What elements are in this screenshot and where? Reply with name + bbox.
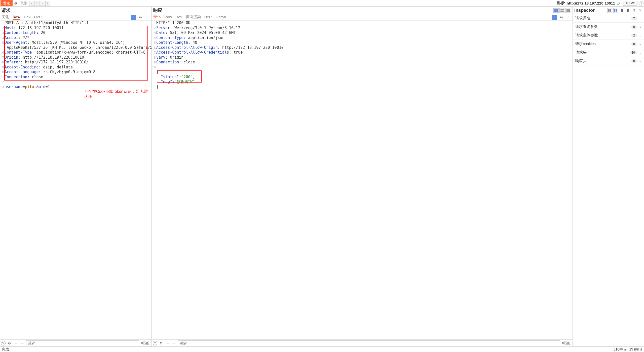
- response-pane: 响应 美化 Raw Hex 页面渲染 U2C FinfoX ≡ \n ≡ 1HT…: [152, 7, 573, 346]
- menu-icon[interactable]: ≡: [145, 15, 150, 20]
- tab-u2c[interactable]: U2C: [34, 15, 42, 20]
- search-next-icon[interactable]: →: [20, 340, 25, 346]
- editor-line: 3Content-Length: 20: [0, 30, 151, 35]
- inspector-row-label: 请求cookies: [575, 42, 596, 46]
- tab-hex[interactable]: Hex: [24, 15, 31, 20]
- editor-line: 6Content-Type: application/x-www-form-ur…: [0, 50, 151, 55]
- inspector-layout2-icon[interactable]: [613, 8, 618, 13]
- inspector-filter-icon[interactable]: ⇵: [625, 8, 630, 13]
- editor-line: 10: [152, 65, 573, 70]
- inspector-row[interactable]: 响应头8⌄: [573, 57, 644, 65]
- resp-doc-icon[interactable]: ≡: [552, 15, 557, 20]
- inspector-settings-icon[interactable]: ⚙: [631, 8, 636, 13]
- editor-line: 9Accept-Encoding: gzip, deflate: [0, 65, 151, 70]
- edit-target-icon[interactable]: [617, 1, 621, 6]
- inspector-row-label: 请求属性: [575, 16, 590, 21]
- inspector-expand-icon[interactable]: ⇅: [619, 8, 624, 13]
- http-version-selector[interactable]: HTTP/1: [623, 1, 637, 6]
- editor-line: "msg":"修改成功": [152, 80, 573, 85]
- request-title: 请求: [2, 7, 11, 13]
- inspector-row-count: 2: [631, 34, 637, 37]
- inspector-row[interactable]: 请求cookies0⌄: [573, 40, 644, 48]
- tab-resp-render[interactable]: 页面渲染: [186, 15, 201, 20]
- status-right: 318字节 | 19 millis: [614, 347, 642, 352]
- editor-line: 11Connection: close: [0, 75, 151, 80]
- editor-line: 10Accept-Language: zh-CN,zh;q=0.9,en;q=0…: [0, 70, 151, 75]
- layout-single-icon[interactable]: [565, 8, 571, 13]
- inspector-row-label: 响应头: [575, 59, 587, 63]
- inspector-row[interactable]: 请求头10⌄: [573, 48, 644, 57]
- annotation-text: 不存在Cookie或Token认证，即无需认证: [84, 89, 151, 99]
- layout-rows-icon[interactable]: [559, 8, 565, 13]
- svg-rect-4: [566, 9, 570, 12]
- svg-rect-3: [560, 11, 564, 12]
- inspector-row-label: 请求主体参数: [575, 33, 598, 38]
- target-url: http://172.18.197.220:10011: [567, 1, 615, 5]
- nav-forward-button[interactable]: >: [40, 1, 45, 6]
- inspector-row[interactable]: 请求属性2⌄: [573, 14, 644, 23]
- main-toolbar: 发送 ⚙ 取消 < ▾ > ▾ 目标: http://172.18.197.22…: [0, 0, 644, 7]
- inspector-layout1-icon[interactable]: [607, 8, 612, 13]
- request-search-input[interactable]: [26, 340, 139, 346]
- cancel-button[interactable]: 取消: [19, 1, 29, 6]
- tab-resp-raw[interactable]: Raw: [164, 15, 172, 20]
- tab-resp-u2c[interactable]: U2C: [204, 15, 212, 20]
- doc-icon[interactable]: ≡: [131, 15, 136, 20]
- svg-rect-2: [560, 9, 564, 10]
- inspector-row-count: 2: [631, 17, 637, 20]
- resp-menu-icon[interactable]: ≡: [566, 15, 571, 20]
- response-tab-tools: ≡ \n ≡: [552, 15, 571, 20]
- response-search-row: ? ⚙ ← → 0匹配: [152, 339, 573, 346]
- editor-line: 8Referer: http://172.18.197.220:10010/: [0, 60, 151, 65]
- tab-resp-beautify[interactable]: 美化: [153, 14, 161, 20]
- editor-line: AppleWebKit/537.36 (KHTML, like Gecko) C…: [0, 45, 151, 50]
- search-prev-icon[interactable]: ←: [13, 340, 19, 346]
- inspector-row[interactable]: 请求主体参数2⌄: [573, 31, 644, 40]
- inspector-row-label: 请求头: [575, 50, 587, 55]
- request-header: 请求: [0, 7, 151, 14]
- resp-search-prev-icon[interactable]: ←: [165, 340, 170, 346]
- tab-resp-hex[interactable]: Hex: [175, 15, 182, 20]
- layout-columns-icon[interactable]: [553, 8, 559, 13]
- inspector-row[interactable]: 请求查询参数0⌄: [573, 23, 644, 31]
- inspector-close-icon[interactable]: ✕: [637, 8, 642, 13]
- resp-search-settings-icon[interactable]: ⚙: [158, 340, 164, 346]
- help-search-icon[interactable]: ?: [1, 341, 6, 345]
- editor-line: "status":"200",: [152, 75, 573, 80]
- resp-newline-toggle[interactable]: \n: [559, 15, 564, 20]
- send-button[interactable]: 发送: [1, 0, 13, 6]
- inspector-header: Inspector ⇅ ⇵ ⚙ ✕: [573, 7, 644, 14]
- nav-back-dropdown[interactable]: ▾: [34, 1, 40, 6]
- tab-raw[interactable]: Raw: [13, 15, 20, 20]
- response-editor[interactable]: 1HTTP/1.1 200 OK2Server: Werkzeug/3.0.1 …: [152, 21, 573, 339]
- response-header: 响应: [152, 7, 573, 14]
- chevron-down-icon: ⌄: [639, 51, 641, 54]
- search-settings-icon[interactable]: ⚙: [7, 340, 12, 346]
- resp-help-search-icon[interactable]: ?: [153, 341, 157, 345]
- editor-line: }: [152, 85, 573, 90]
- request-editor[interactable]: 不存在Cookie或Token认证，即无需认证 1POST /api/auth/…: [0, 21, 151, 339]
- newline-toggle[interactable]: \n: [138, 15, 143, 20]
- svg-rect-1: [556, 9, 558, 12]
- resp-search-next-icon[interactable]: →: [171, 340, 177, 346]
- editor-line: 7Origin: http://172.18.197.220:10010: [0, 55, 151, 60]
- settings-button[interactable]: ⚙: [13, 1, 19, 6]
- request-search-row: ? ⚙ ← → 0匹配: [0, 339, 151, 346]
- nav-back-button[interactable]: <: [29, 1, 34, 6]
- request-tab-tools: ≡ \n ≡: [131, 15, 150, 20]
- editor-line: 3Date: Sat, 09 Mar 2024 05:00:42 GMT: [152, 30, 573, 35]
- inspector-rows: 请求属性2⌄请求查询参数0⌄请求主体参数2⌄请求cookies0⌄请求头10⌄响…: [573, 14, 644, 65]
- editor-line: 12: [0, 80, 151, 85]
- nav-forward-dropdown[interactable]: ▾: [45, 1, 50, 6]
- response-tabs: 美化 Raw Hex 页面渲染 U2C FinfoX ≡ \n ≡: [152, 14, 573, 21]
- help-icon[interactable]: ?: [639, 1, 643, 6]
- tab-resp-finfox[interactable]: FinfoX: [215, 15, 226, 20]
- target-label: 目标:: [556, 1, 565, 6]
- chevron-down-icon: ⌄: [639, 59, 641, 63]
- editor-line: 9Connection: close: [152, 60, 573, 65]
- editor-line: 7Access-Control-Allow-Credentials: true: [152, 50, 573, 55]
- tab-beautify[interactable]: 美化: [2, 15, 9, 20]
- editor-line: 1HTTP/1.1 200 OK: [152, 21, 573, 26]
- svg-rect-7: [614, 9, 615, 12]
- response-search-input[interactable]: [178, 340, 560, 346]
